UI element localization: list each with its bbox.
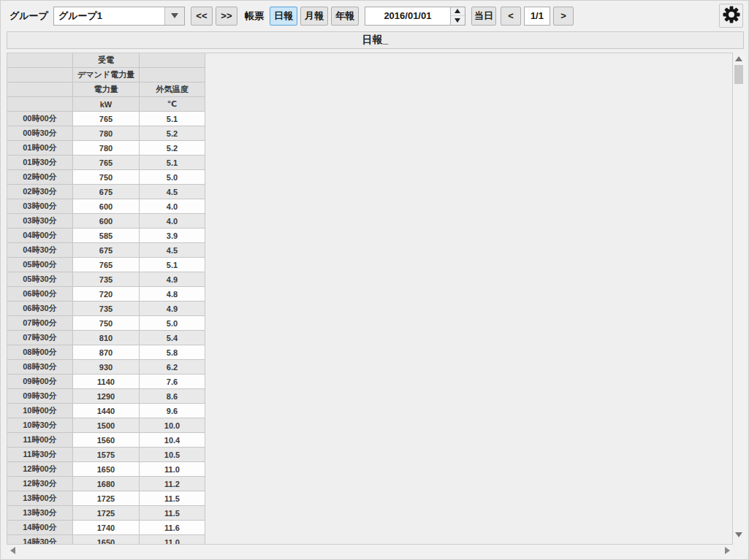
row-value-cell: 750: [73, 316, 140, 331]
row-time-cell: 10時30分: [7, 418, 73, 433]
group-label: グループ: [9, 9, 48, 23]
group-select[interactable]: グループ1: [53, 7, 185, 26]
row-value-cell: 5.1: [140, 112, 205, 126]
row-value-cell: デマンド電力量: [73, 68, 140, 83]
row-value-cell: 1440: [73, 404, 140, 418]
row-value-cell: 1740: [73, 521, 140, 535]
row-value-cell: 4.0: [140, 214, 205, 229]
row-value-cell: 11.0: [140, 535, 205, 545]
row-time-cell: 01時30分: [7, 156, 73, 170]
row-value-cell: kW: [73, 97, 140, 112]
table-row: 07時00分7505.0: [7, 316, 205, 331]
row-time-cell: 13時30分: [7, 506, 73, 521]
row-value-cell: 11.6: [140, 521, 205, 535]
row-time-cell: [7, 53, 73, 68]
table-header-row: kW℃: [7, 97, 205, 112]
row-value-cell: 1725: [73, 506, 140, 521]
app-window: グループ グループ1 << >> 帳票 日報 月報 年報 2016/01/01 …: [0, 0, 749, 560]
spin-down-icon[interactable]: [451, 15, 465, 25]
table-row: 13時30分172511.5: [7, 506, 205, 521]
today-button[interactable]: 当日: [471, 7, 496, 26]
scroll-right-icon[interactable]: [721, 545, 733, 556]
page-next-button[interactable]: >: [553, 7, 574, 26]
date-field[interactable]: 2016/01/01: [365, 7, 465, 26]
row-time-cell: [7, 68, 73, 83]
table-row: 09時00分11407.6: [7, 375, 205, 389]
row-value-cell: 10.0: [140, 418, 205, 433]
table-row: 09時30分12908.6: [7, 389, 205, 404]
scroll-down-icon[interactable]: [733, 529, 745, 540]
table-row: 06時30分7354.9: [7, 302, 205, 316]
row-value-cell: ℃: [140, 97, 205, 112]
row-value-cell: 4.5: [140, 185, 205, 199]
row-time-cell: 12時00分: [7, 462, 73, 477]
row-value-cell: 600: [73, 199, 140, 214]
table-row: 05時00分7655.1: [7, 258, 205, 272]
row-time-cell: [7, 97, 73, 112]
page-indicator: 1/1: [524, 7, 550, 26]
row-value-cell: 810: [73, 331, 140, 345]
row-time-cell: 04時00分: [7, 229, 73, 243]
row-value-cell: 675: [73, 243, 140, 258]
chevron-down-icon[interactable]: [164, 7, 184, 25]
table-row: 08時00分8705.8: [7, 345, 205, 360]
table-row: 01時00分7805.2: [7, 141, 205, 156]
row-value-cell: [140, 68, 205, 83]
row-value-cell: 4.8: [140, 287, 205, 302]
date-spinner: [450, 7, 465, 25]
table-header-row: デマンド電力量: [7, 68, 205, 83]
vertical-scrollbar-thumb[interactable]: [734, 65, 743, 84]
tab-daily-report[interactable]: 日報: [270, 7, 297, 26]
vertical-scrollbar[interactable]: [733, 53, 745, 545]
date-field-value: 2016/01/01: [365, 7, 450, 25]
row-value-cell: 675: [73, 185, 140, 199]
row-value-cell: 5.8: [140, 345, 205, 360]
row-value-cell: 11.2: [140, 477, 205, 491]
scroll-up-icon[interactable]: [733, 53, 745, 64]
row-value-cell: 7.6: [140, 375, 205, 389]
row-time-cell: 06時00分: [7, 287, 73, 302]
settings-button[interactable]: [719, 4, 743, 28]
toolbar: グループ グループ1 << >> 帳票 日報 月報 年報 2016/01/01 …: [1, 1, 748, 31]
row-time-cell: 00時00分: [7, 112, 73, 126]
row-time-cell: 05時30分: [7, 272, 73, 287]
page-prev-button[interactable]: <: [501, 7, 521, 26]
row-value-cell: 585: [73, 229, 140, 243]
row-time-cell: 11時00分: [7, 433, 73, 448]
row-value-cell: 電力量: [73, 83, 140, 97]
table-row: 00時30分7805.2: [7, 126, 205, 141]
row-value-cell: 780: [73, 141, 140, 156]
prev-group-button[interactable]: <<: [191, 7, 213, 26]
row-value-cell: 5.0: [140, 170, 205, 185]
table-row: 06時00分7204.8: [7, 287, 205, 302]
row-value-cell: 765: [73, 112, 140, 126]
row-time-cell: 07時30分: [7, 331, 73, 345]
row-value-cell: 8.6: [140, 389, 205, 404]
horizontal-scrollbar[interactable]: [7, 545, 733, 556]
row-value-cell: [140, 53, 205, 68]
scroll-left-icon[interactable]: [7, 545, 18, 556]
next-group-button[interactable]: >>: [216, 7, 237, 26]
table-header-row: 電力量外気温度: [7, 83, 205, 97]
table-row: 13時00分172511.5: [7, 491, 205, 506]
row-value-cell: 720: [73, 287, 140, 302]
row-value-cell: 4.0: [140, 199, 205, 214]
row-value-cell: 5.2: [140, 126, 205, 141]
row-value-cell: 1500: [73, 418, 140, 433]
row-value-cell: 5.4: [140, 331, 205, 345]
report-label: 帳票: [245, 9, 264, 23]
row-time-cell: 11時30分: [7, 448, 73, 462]
tab-monthly-report[interactable]: 月報: [300, 7, 328, 26]
tab-yearly-report[interactable]: 年報: [331, 7, 359, 26]
row-value-cell: 600: [73, 214, 140, 229]
row-value-cell: 5.2: [140, 141, 205, 156]
gear-icon: [722, 5, 741, 27]
row-value-cell: 1140: [73, 375, 140, 389]
row-value-cell: 930: [73, 360, 140, 375]
table-row: 10時30分150010.0: [7, 418, 205, 433]
row-value-cell: 1680: [73, 477, 140, 491]
row-time-cell: 09時00分: [7, 375, 73, 389]
row-value-cell: 4.5: [140, 243, 205, 258]
row-value-cell: 10.4: [140, 433, 205, 448]
spin-up-icon[interactable]: [451, 7, 465, 16]
